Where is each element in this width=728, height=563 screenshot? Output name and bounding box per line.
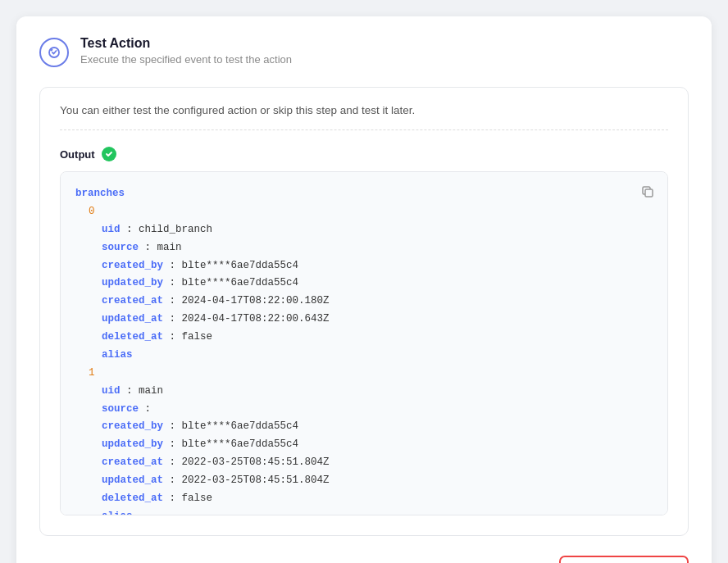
- test-action-icon-circle: [39, 38, 69, 67]
- output-line-updated-at-2: updated_at : 2022-03-25T08:45:51.804Z: [75, 472, 653, 490]
- page-title: Test Action: [80, 36, 292, 51]
- output-line-source-2: source :: [75, 401, 653, 419]
- output-line-1: 1: [75, 365, 653, 383]
- output-line-updated-at-1: updated_at : 2024-04-17T08:22:00.643Z: [75, 311, 653, 329]
- output-line-created-by-1: created_by : blte****6ae7dda55c4: [75, 257, 653, 275]
- header-row: Test Action Execute the specified event …: [39, 36, 689, 67]
- output-line-uid-2: uid : main: [75, 383, 653, 401]
- output-line-deleted-at-1: deleted_at : false: [75, 329, 653, 347]
- output-line-updated-by-2: updated_by : blte****6ae7dda55c4: [75, 436, 653, 454]
- output-box: branches 0 uid : child_branch source : m…: [60, 171, 668, 515]
- output-line-alias-1: alias: [75, 347, 653, 365]
- output-line-created-at-1: created_at : 2024-04-17T08:22:00.180Z: [75, 293, 653, 311]
- page-container: Test Action Execute the specified event …: [16, 16, 712, 563]
- header-text: Test Action Execute the specified event …: [80, 36, 292, 66]
- output-line-updated-by-1: updated_by : blte****6ae7dda55c4: [75, 275, 653, 293]
- output-line-alias-2: alias: [75, 508, 653, 515]
- output-header: Output: [60, 147, 668, 161]
- footer-row: Retest ✓ Save and Exit: [39, 556, 689, 563]
- output-line-branches: branches: [75, 185, 653, 203]
- output-line-0: 0: [75, 203, 653, 221]
- success-check-icon: [102, 147, 116, 161]
- output-line-created-at-2: created_at : 2022-03-25T08:45:51.804Z: [75, 454, 653, 472]
- output-line-uid-1: uid : child_branch: [75, 221, 653, 239]
- save-exit-button[interactable]: ✓ Save and Exit: [559, 556, 689, 563]
- output-line-created-by-2: created_by : blte****6ae7dda55c4: [75, 418, 653, 436]
- output-label: Output: [60, 148, 95, 161]
- svg-rect-1: [645, 189, 653, 197]
- page-subtitle: Execute the specified event to test the …: [80, 53, 292, 66]
- output-line-source-1: source : main: [75, 239, 653, 257]
- copy-button[interactable]: [638, 182, 657, 204]
- retest-button[interactable]: Retest: [489, 559, 548, 563]
- output-line-deleted-at-2: deleted_at : false: [75, 490, 653, 508]
- main-card: You can either test the configured actio…: [39, 87, 689, 536]
- info-text: You can either test the configured actio…: [60, 104, 668, 130]
